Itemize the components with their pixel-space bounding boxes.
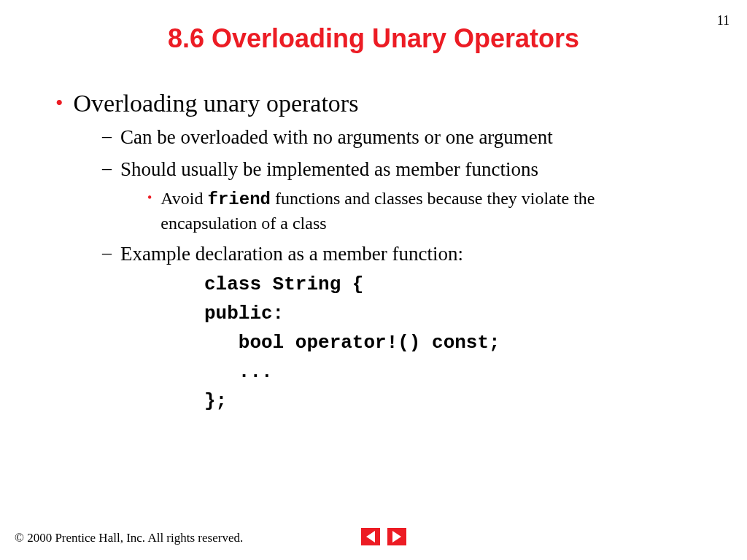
dash-icon: – <box>102 124 112 149</box>
dash-icon: – <box>102 241 112 265</box>
bullet-level2: – Can be overloaded with no arguments or… <box>102 124 747 150</box>
bullet-level2: – Example declaration as a member functi… <box>102 241 747 267</box>
bullet-icon: • <box>147 187 152 209</box>
copyright: © 2000 Prentice Hall, Inc. All rights re… <box>15 531 243 545</box>
bullet-level3: • Avoid friend functions and classes bec… <box>147 187 747 235</box>
slide-content: • Overloading unary operators – Can be o… <box>15 89 747 416</box>
bullet-level2: – Should usually be implemented as membe… <box>102 156 747 182</box>
nav-controls <box>361 528 406 545</box>
bullet-level1: • Overloading unary operators <box>55 89 747 118</box>
bullet-text: Avoid friend functions and classes becau… <box>160 187 686 235</box>
dash-icon: – <box>102 156 112 181</box>
text-pre: Avoid <box>160 189 207 208</box>
bullet-text: Can be overloaded with no arguments or o… <box>120 124 553 150</box>
arrow-left-icon <box>366 531 375 542</box>
bullet-text: Example declaration as a member function… <box>120 241 463 267</box>
next-button[interactable] <box>387 528 406 545</box>
bullet-text: Overloading unary operators <box>74 89 359 118</box>
slide-title: 8.6 Overloading Unary Operators <box>0 23 747 54</box>
bullet-icon: • <box>55 89 63 117</box>
code-inline: friend <box>208 190 271 209</box>
bullet-text: Should usually be implemented as member … <box>120 156 538 182</box>
arrow-right-icon <box>392 531 401 542</box>
code-block: class String { public: bool operator!() … <box>204 270 747 416</box>
page-number: 11 <box>717 13 729 28</box>
footer: © 2000 Prentice Hall, Inc. All rights re… <box>15 531 732 545</box>
prev-button[interactable] <box>361 528 380 545</box>
